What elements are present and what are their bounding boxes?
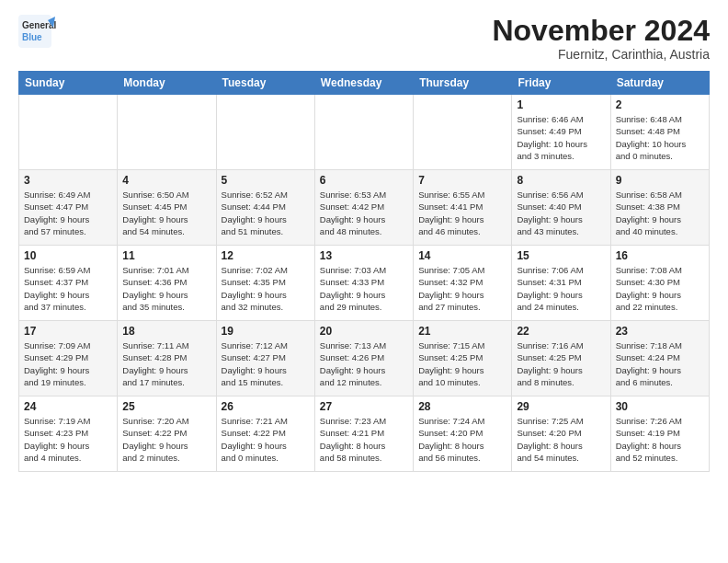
- day-number: 15: [517, 249, 605, 262]
- day-number: 25: [122, 400, 210, 413]
- day-info: Sunrise: 7:03 AM Sunset: 4:33 PM Dayligh…: [320, 264, 408, 313]
- day-number: 26: [222, 400, 310, 413]
- day-number: 17: [24, 325, 112, 338]
- day-number: 12: [222, 249, 310, 262]
- day-info: Sunrise: 7:23 AM Sunset: 4:21 PM Dayligh…: [320, 415, 408, 464]
- day-info: Sunrise: 7:18 AM Sunset: 4:24 PM Dayligh…: [616, 339, 704, 388]
- month-title: November 2024: [492, 15, 710, 47]
- svg-text:Blue: Blue: [22, 32, 42, 42]
- table-row: 23Sunrise: 7:18 AM Sunset: 4:24 PM Dayli…: [610, 321, 709, 396]
- table-row: 13Sunrise: 7:03 AM Sunset: 4:33 PM Dayli…: [314, 246, 413, 321]
- day-info: Sunrise: 6:49 AM Sunset: 4:47 PM Dayligh…: [24, 189, 112, 237]
- table-row: 15Sunrise: 7:06 AM Sunset: 4:31 PM Dayli…: [512, 246, 610, 321]
- calendar-week-row: 17Sunrise: 7:09 AM Sunset: 4:29 PM Dayli…: [19, 321, 710, 396]
- col-monday: Monday: [118, 72, 216, 95]
- table-row: 4Sunrise: 6:50 AM Sunset: 4:45 PM Daylig…: [118, 170, 216, 246]
- table-row: 7Sunrise: 6:55 AM Sunset: 4:41 PM Daylig…: [414, 170, 512, 246]
- day-info: Sunrise: 7:01 AM Sunset: 4:36 PM Dayligh…: [122, 264, 210, 313]
- logo-svg: General Blue: [18, 15, 83, 52]
- day-info: Sunrise: 7:15 AM Sunset: 4:25 PM Dayligh…: [418, 339, 506, 388]
- table-row: 16Sunrise: 7:08 AM Sunset: 4:30 PM Dayli…: [610, 246, 709, 321]
- location-subtitle: Fuernitz, Carinthia, Austria: [492, 47, 710, 62]
- day-info: Sunrise: 6:52 AM Sunset: 4:44 PM Dayligh…: [222, 189, 310, 237]
- day-number: 9: [616, 174, 704, 187]
- day-number: 20: [320, 325, 408, 338]
- table-row: 26Sunrise: 7:21 AM Sunset: 4:22 PM Dayli…: [216, 396, 314, 472]
- calendar-week-row: 1Sunrise: 6:46 AM Sunset: 4:49 PM Daylig…: [19, 95, 710, 170]
- day-info: Sunrise: 7:05 AM Sunset: 4:32 PM Dayligh…: [418, 264, 506, 313]
- day-info: Sunrise: 6:59 AM Sunset: 4:37 PM Dayligh…: [24, 264, 112, 313]
- day-info: Sunrise: 7:08 AM Sunset: 4:30 PM Dayligh…: [616, 264, 704, 313]
- day-info: Sunrise: 6:46 AM Sunset: 4:49 PM Dayligh…: [517, 113, 605, 162]
- day-info: Sunrise: 6:50 AM Sunset: 4:45 PM Dayligh…: [122, 189, 210, 237]
- day-number: 19: [222, 325, 310, 338]
- day-number: 7: [418, 174, 506, 187]
- day-info: Sunrise: 6:56 AM Sunset: 4:40 PM Dayligh…: [517, 189, 605, 237]
- day-number: 14: [418, 249, 506, 262]
- table-row: 27Sunrise: 7:23 AM Sunset: 4:21 PM Dayli…: [314, 396, 413, 472]
- day-number: 5: [222, 174, 310, 187]
- day-info: Sunrise: 7:12 AM Sunset: 4:27 PM Dayligh…: [222, 339, 310, 388]
- day-info: Sunrise: 7:16 AM Sunset: 4:25 PM Dayligh…: [517, 339, 605, 388]
- calendar-week-row: 3Sunrise: 6:49 AM Sunset: 4:47 PM Daylig…: [19, 170, 710, 246]
- table-row: 20Sunrise: 7:13 AM Sunset: 4:26 PM Dayli…: [314, 321, 413, 396]
- col-tuesday: Tuesday: [216, 72, 314, 95]
- header: General Blue November 2024 Fuernitz, Car…: [18, 15, 710, 62]
- day-number: 24: [24, 400, 112, 413]
- table-row: 21Sunrise: 7:15 AM Sunset: 4:25 PM Dayli…: [414, 321, 512, 396]
- table-row: 29Sunrise: 7:25 AM Sunset: 4:20 PM Dayli…: [512, 396, 610, 472]
- table-row: 18Sunrise: 7:11 AM Sunset: 4:28 PM Dayli…: [118, 321, 216, 396]
- day-info: Sunrise: 7:09 AM Sunset: 4:29 PM Dayligh…: [24, 339, 112, 388]
- table-row: 6Sunrise: 6:53 AM Sunset: 4:42 PM Daylig…: [314, 170, 413, 246]
- table-row: 24Sunrise: 7:19 AM Sunset: 4:23 PM Dayli…: [19, 396, 118, 472]
- day-number: 29: [517, 400, 605, 413]
- day-number: 10: [24, 249, 112, 262]
- table-row: 2Sunrise: 6:48 AM Sunset: 4:48 PM Daylig…: [610, 95, 709, 170]
- col-thursday: Thursday: [414, 72, 512, 95]
- day-number: 30: [616, 400, 704, 413]
- calendar-week-row: 10Sunrise: 6:59 AM Sunset: 4:37 PM Dayli…: [19, 246, 710, 321]
- day-info: Sunrise: 7:06 AM Sunset: 4:31 PM Dayligh…: [517, 264, 605, 313]
- calendar-table: Sunday Monday Tuesday Wednesday Thursday…: [18, 71, 710, 472]
- day-info: Sunrise: 7:19 AM Sunset: 4:23 PM Dayligh…: [24, 415, 112, 464]
- day-info: Sunrise: 7:20 AM Sunset: 4:22 PM Dayligh…: [122, 415, 210, 464]
- calendar-week-row: 24Sunrise: 7:19 AM Sunset: 4:23 PM Dayli…: [19, 396, 710, 472]
- day-number: 13: [320, 249, 408, 262]
- day-number: 11: [122, 249, 210, 262]
- day-number: 1: [517, 98, 605, 111]
- table-row: 10Sunrise: 6:59 AM Sunset: 4:37 PM Dayli…: [19, 246, 118, 321]
- table-row: [314, 95, 413, 170]
- day-info: Sunrise: 7:24 AM Sunset: 4:20 PM Dayligh…: [418, 415, 506, 464]
- day-number: 18: [122, 325, 210, 338]
- day-number: 23: [616, 325, 704, 338]
- col-friday: Friday: [512, 72, 610, 95]
- table-row: 22Sunrise: 7:16 AM Sunset: 4:25 PM Dayli…: [512, 321, 610, 396]
- day-number: 16: [616, 249, 704, 262]
- title-area: November 2024 Fuernitz, Carinthia, Austr…: [492, 15, 710, 62]
- page: General Blue November 2024 Fuernitz, Car…: [0, 0, 728, 563]
- col-saturday: Saturday: [610, 72, 709, 95]
- day-info: Sunrise: 7:26 AM Sunset: 4:19 PM Dayligh…: [616, 415, 704, 464]
- day-info: Sunrise: 7:11 AM Sunset: 4:28 PM Dayligh…: [122, 339, 210, 388]
- table-row: 19Sunrise: 7:12 AM Sunset: 4:27 PM Dayli…: [216, 321, 314, 396]
- table-row: 30Sunrise: 7:26 AM Sunset: 4:19 PM Dayli…: [610, 396, 709, 472]
- col-wednesday: Wednesday: [314, 72, 413, 95]
- table-row: [118, 95, 216, 170]
- table-row: 28Sunrise: 7:24 AM Sunset: 4:20 PM Dayli…: [414, 396, 512, 472]
- day-number: 21: [418, 325, 506, 338]
- table-row: 9Sunrise: 6:58 AM Sunset: 4:38 PM Daylig…: [610, 170, 709, 246]
- day-info: Sunrise: 7:02 AM Sunset: 4:35 PM Dayligh…: [222, 264, 310, 313]
- table-row: 8Sunrise: 6:56 AM Sunset: 4:40 PM Daylig…: [512, 170, 610, 246]
- day-info: Sunrise: 7:21 AM Sunset: 4:22 PM Dayligh…: [222, 415, 310, 464]
- day-number: 22: [517, 325, 605, 338]
- day-number: 6: [320, 174, 408, 187]
- table-row: 3Sunrise: 6:49 AM Sunset: 4:47 PM Daylig…: [19, 170, 118, 246]
- table-row: 14Sunrise: 7:05 AM Sunset: 4:32 PM Dayli…: [414, 246, 512, 321]
- logo: General Blue: [18, 15, 83, 52]
- table-row: 12Sunrise: 7:02 AM Sunset: 4:35 PM Dayli…: [216, 246, 314, 321]
- day-info: Sunrise: 7:25 AM Sunset: 4:20 PM Dayligh…: [517, 415, 605, 464]
- table-row: 25Sunrise: 7:20 AM Sunset: 4:22 PM Dayli…: [118, 396, 216, 472]
- day-info: Sunrise: 6:48 AM Sunset: 4:48 PM Dayligh…: [616, 113, 704, 162]
- table-row: 11Sunrise: 7:01 AM Sunset: 4:36 PM Dayli…: [118, 246, 216, 321]
- day-info: Sunrise: 6:55 AM Sunset: 4:41 PM Dayligh…: [418, 189, 506, 237]
